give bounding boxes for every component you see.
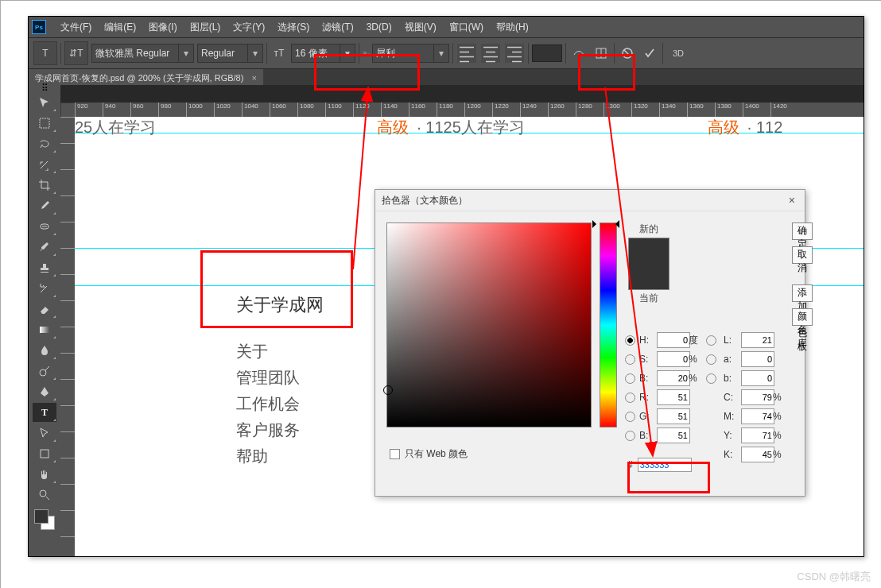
s-radio[interactable] (625, 354, 635, 365)
font-family-combo[interactable]: 微软雅黑 Regular (91, 44, 179, 63)
cancel-button[interactable]: 取消 (792, 246, 813, 264)
antialias-combo[interactable]: 犀利 (372, 44, 434, 63)
a-radio[interactable] (706, 354, 716, 365)
shape-tool[interactable] (33, 444, 56, 463)
app-logo: Ps (32, 20, 46, 34)
close-icon[interactable]: × (786, 194, 798, 207)
a-input[interactable] (741, 351, 774, 367)
color-swatches[interactable] (34, 509, 55, 530)
current-label: 当前 (625, 292, 673, 305)
menu-type[interactable]: 文字(Y) (227, 21, 271, 34)
hash-label: # (627, 459, 633, 470)
panels-icon[interactable] (592, 44, 611, 63)
lasso-tool[interactable] (33, 134, 56, 153)
menu-3d[interactable]: 3D(D) (360, 21, 398, 33)
history-brush-tool[interactable] (33, 279, 56, 298)
color-lib-button[interactable]: 颜色库 (792, 308, 813, 326)
rgb-b-radio[interactable] (625, 431, 635, 441)
m-input[interactable] (741, 408, 774, 424)
menu-select[interactable]: 选择(S) (271, 21, 316, 34)
hand-tool[interactable] (33, 465, 56, 484)
dodge-tool[interactable] (33, 362, 56, 381)
cancel-icon[interactable] (618, 44, 637, 63)
align-left-icon[interactable] (457, 44, 476, 63)
move-tool[interactable] (33, 93, 56, 112)
r-input[interactable] (657, 389, 690, 405)
r-radio[interactable] (625, 393, 635, 403)
chevron-down-icon[interactable]: ▾ (247, 44, 263, 63)
b-input[interactable] (657, 370, 690, 386)
list-item[interactable]: 关于 (236, 341, 300, 362)
list-item[interactable]: 管理团队 (236, 367, 300, 389)
confirm-icon[interactable] (640, 44, 659, 63)
tool-preset-icon[interactable]: T (33, 41, 57, 65)
pen-tool[interactable] (33, 382, 56, 401)
lab-b-radio[interactable] (706, 373, 716, 384)
h-input[interactable] (657, 332, 690, 348)
canvas-text: · 112 (747, 118, 782, 137)
options-bar: T ⇵T 微软雅黑 Regular ▾ Regular ▾ тT 16 像素 ▾… (29, 38, 864, 69)
align-right-icon[interactable] (505, 44, 524, 63)
svg-rect-2 (40, 118, 49, 128)
h-radio[interactable] (625, 335, 635, 346)
healing-tool[interactable] (33, 217, 56, 236)
lab-b-input[interactable] (741, 370, 774, 386)
marquee-tool[interactable] (33, 114, 56, 133)
menu-filter[interactable]: 滤镜(T) (316, 21, 359, 34)
list-item[interactable]: 帮助 (236, 446, 300, 467)
menu-help[interactable]: 帮助(H) (490, 21, 535, 34)
stamp-tool[interactable] (33, 258, 56, 277)
menu-file[interactable]: 文件(F) (54, 21, 98, 34)
k-input[interactable] (741, 447, 774, 462)
s-input[interactable] (657, 351, 690, 367)
type-tool[interactable]: T (33, 403, 56, 422)
menu-image[interactable]: 图像(I) (142, 21, 183, 34)
section-title[interactable]: 关于学成网 (236, 293, 324, 317)
list-item[interactable]: 工作机会 (236, 393, 300, 415)
c-input[interactable] (741, 389, 774, 405)
dialog-title: 拾色器（文本颜色） (382, 194, 468, 207)
chevron-down-icon[interactable]: ▾ (433, 44, 449, 63)
sv-field[interactable] (386, 222, 592, 427)
hex-input[interactable] (638, 458, 692, 472)
text-color-swatch[interactable] (532, 44, 562, 62)
blur-tool[interactable] (33, 341, 56, 360)
gradient-tool[interactable] (33, 320, 56, 339)
chevron-down-icon[interactable]: ▾ (178, 44, 194, 63)
text-orientation-icon[interactable]: ⇵T (64, 41, 88, 65)
warp-text-icon[interactable] (569, 44, 588, 63)
menu-window[interactable]: 窗口(W) (443, 21, 490, 34)
3d-button[interactable]: 3D (666, 44, 690, 63)
crop-tool[interactable] (33, 176, 56, 195)
magic-wand-tool[interactable] (33, 155, 56, 174)
menu-view[interactable]: 视图(V) (398, 21, 443, 34)
align-center-icon[interactable] (481, 44, 500, 63)
font-style-combo[interactable]: Regular (197, 44, 248, 63)
l-input[interactable] (741, 332, 774, 348)
close-icon[interactable]: × (251, 73, 256, 83)
menu-edit[interactable]: 编辑(E) (98, 21, 142, 34)
font-size-combo[interactable]: 16 像素 (291, 44, 340, 63)
horizontal-ruler[interactable]: 9209409609801000102010401060108011001120… (75, 103, 864, 117)
add-swatch-button[interactable]: 添加到色板 (792, 284, 813, 302)
ok-button[interactable]: 确定 (792, 222, 813, 240)
menu-layer[interactable]: 图层(L) (184, 21, 227, 34)
eyedropper-tool[interactable] (33, 196, 56, 215)
hue-slider[interactable] (600, 222, 617, 427)
eraser-tool[interactable] (33, 300, 56, 319)
document-tab[interactable]: 学成网首页-恢复的.psd @ 200% (关于学成网, RGB/8) × (29, 69, 263, 87)
path-select-tool[interactable] (33, 424, 56, 443)
ruler-origin[interactable] (60, 103, 76, 118)
brush-tool[interactable] (33, 238, 56, 257)
list-item[interactable]: 客户服务 (236, 420, 300, 441)
g-input[interactable] (657, 408, 690, 424)
chevron-down-icon[interactable]: ▾ (340, 44, 355, 63)
b-radio[interactable] (625, 373, 635, 384)
zoom-tool[interactable] (33, 485, 56, 505)
rgb-b-input[interactable] (657, 427, 690, 443)
l-radio[interactable] (706, 335, 716, 346)
vertical-ruler[interactable] (60, 117, 75, 556)
g-radio[interactable] (625, 412, 635, 422)
y-input[interactable] (741, 427, 774, 443)
web-only-checkbox[interactable] (390, 449, 400, 459)
